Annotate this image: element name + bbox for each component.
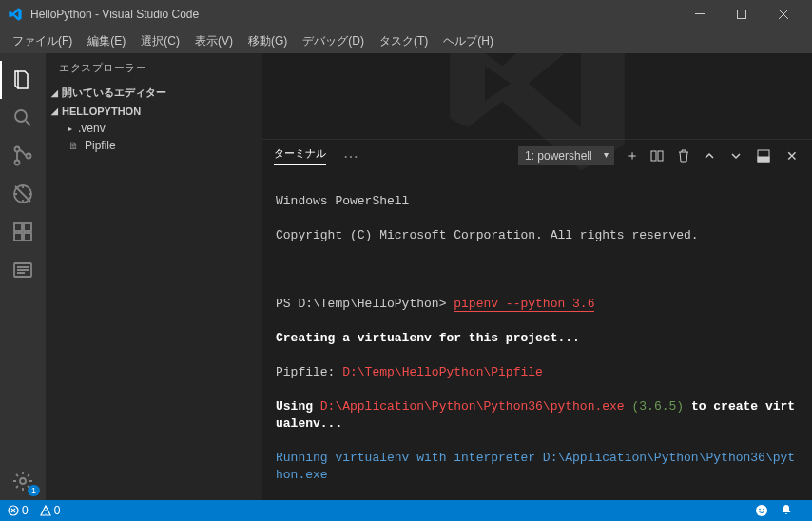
activity-settings-icon[interactable]: 1 <box>0 462 46 500</box>
tree-folder-venv[interactable]: ▸ .venv <box>46 120 262 137</box>
tree-file-pipfile[interactable]: 🗎 Pipfile <box>46 137 262 154</box>
titlebar: HelloPython - Visual Studio Code <box>0 0 812 29</box>
activity-scm-icon[interactable] <box>0 137 46 175</box>
minimize-button[interactable] <box>679 0 721 29</box>
chevron-right-icon: ▸ <box>68 125 72 133</box>
sidebar-section-workspace[interactable]: ◢ HELLOPYTHON <box>46 103 262 120</box>
chevron-down-icon[interactable] <box>730 150 747 162</box>
svg-rect-7 <box>14 223 22 231</box>
term-line: PS D:\Temp\HelloPython> pipenv --python … <box>276 296 799 313</box>
activity-search-icon[interactable] <box>0 99 46 137</box>
term-line: Running virtualenv with interpreter D:\A… <box>276 450 799 484</box>
sidebar: エクスプローラー ◢ 開いているエディター ◢ HELLOPYTHON ▸ .v… <box>46 53 262 500</box>
svg-rect-8 <box>14 233 22 241</box>
status-bell-icon[interactable] <box>780 504 793 517</box>
term-line: Using D:\Application\Python\Python36\pyt… <box>276 398 799 433</box>
maximize-button[interactable] <box>721 0 763 29</box>
sidebar-title: エクスプローラー <box>46 53 262 83</box>
svg-rect-9 <box>24 233 31 241</box>
menu-task[interactable]: タスク(T) <box>373 30 435 52</box>
svg-point-2 <box>15 110 27 122</box>
chevron-down-icon: ◢ <box>51 88 58 98</box>
svg-rect-13 <box>651 151 656 161</box>
activity-explorer-icon[interactable] <box>0 61 46 99</box>
status-errors[interactable]: 0 <box>8 504 29 517</box>
split-terminal-icon[interactable] <box>650 149 667 163</box>
vscode-watermark-icon <box>433 53 642 188</box>
svg-point-12 <box>20 478 26 484</box>
menu-help[interactable]: ヘルプ(H) <box>436 30 500 52</box>
activity-output-icon[interactable] <box>0 251 46 289</box>
chevron-up-icon[interactable] <box>704 150 721 162</box>
svg-point-19 <box>759 509 761 511</box>
menu-move[interactable]: 移動(G) <box>242 30 294 52</box>
workspace-label: HELLOPYTHON <box>62 106 141 117</box>
svg-point-3 <box>15 147 20 152</box>
activity-extensions-icon[interactable] <box>0 213 46 251</box>
window-title: HelloPython - Visual Studio Code <box>30 8 679 21</box>
status-warnings[interactable]: 0 <box>40 504 61 517</box>
vscode-icon <box>8 7 23 22</box>
svg-point-18 <box>756 505 767 516</box>
menu-view[interactable]: 表示(V) <box>188 30 240 52</box>
menu-file[interactable]: ファイル(F) <box>6 30 79 52</box>
status-feedback-icon[interactable] <box>755 504 768 517</box>
chevron-down-icon: ◢ <box>51 106 58 116</box>
term-line: Creating a virtualenv for this project..… <box>276 330 799 347</box>
svg-rect-16 <box>758 157 769 162</box>
terminal-select[interactable]: 1: powershell <box>518 146 614 165</box>
terminal-body[interactable]: Windows PowerShell Copyright (C) Microso… <box>262 172 812 500</box>
open-editors-label: 開いているエディター <box>62 86 166 100</box>
menu-edit[interactable]: 編集(E) <box>81 30 132 52</box>
close-button[interactable] <box>763 0 804 29</box>
svg-point-5 <box>27 154 31 159</box>
editor-area: ターミナル ⋯ 1: powershell ＋ <box>262 53 812 500</box>
activity-debug-icon[interactable] <box>0 175 46 213</box>
tab-terminal[interactable]: ターミナル <box>274 146 326 165</box>
term-line: Copyright (C) Microsoft Corporation. All… <box>276 227 799 244</box>
close-panel-icon[interactable]: ✕ <box>783 148 801 164</box>
svg-rect-14 <box>658 151 663 161</box>
term-line: Windows PowerShell <box>276 193 799 210</box>
settings-badge: 1 <box>28 485 40 496</box>
term-line: Pipfile: D:\Temp\HelloPython\Pipfile <box>276 364 799 381</box>
menu-select[interactable]: 選択(C) <box>134 30 186 52</box>
editor-blank <box>262 53 812 139</box>
menu-debug[interactable]: デバッグ(D) <box>296 30 371 52</box>
svg-rect-1 <box>738 10 746 19</box>
trash-icon[interactable] <box>677 149 694 163</box>
svg-rect-0 <box>695 13 705 14</box>
activity-bar: 1 <box>0 53 46 500</box>
svg-rect-10 <box>24 223 31 231</box>
panel-more-icon[interactable]: ⋯ <box>343 147 358 165</box>
sidebar-section-open-editors[interactable]: ◢ 開いているエディター <box>46 83 262 103</box>
folder-label: .venv <box>78 122 106 135</box>
file-icon: 🗎 <box>68 140 79 151</box>
menubar: ファイル(F) 編集(E) 選択(C) 表示(V) 移動(G) デバッグ(D) … <box>0 29 812 53</box>
svg-point-20 <box>763 509 764 511</box>
main-area: 1 エクスプローラー ◢ 開いているエディター ◢ HELLOPYTHON ▸ … <box>0 53 812 500</box>
svg-point-4 <box>15 161 20 165</box>
maximize-panel-icon[interactable] <box>757 149 774 163</box>
panel: ターミナル ⋯ 1: powershell ＋ <box>262 139 812 500</box>
statusbar: 0 0 <box>0 500 812 521</box>
file-label: Pipfile <box>85 139 116 152</box>
